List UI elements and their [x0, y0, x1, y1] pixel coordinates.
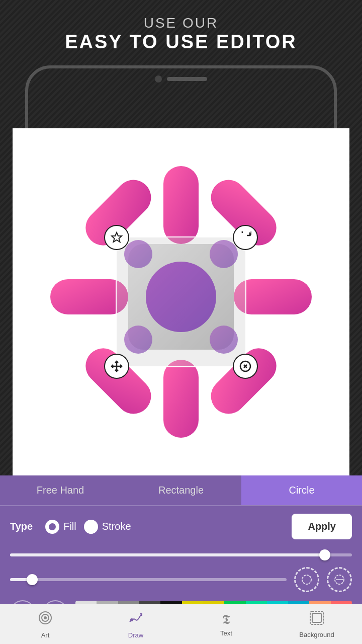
text-icon: 𝕿: [222, 612, 230, 627]
slider-opacity-track[interactable]: [10, 553, 352, 556]
bottom-toolbar: Free Hand Rectangle Circle Type Fill Str…: [0, 475, 362, 644]
canvas-area[interactable]: [13, 128, 349, 475]
nav-background[interactable]: Background: [272, 604, 362, 644]
slider-size-track[interactable]: [10, 578, 287, 581]
svg-point-18: [302, 575, 311, 584]
flower-container: [13, 128, 349, 475]
phone-notch: [155, 75, 207, 83]
svg-marker-14: [112, 232, 122, 242]
handle-scale[interactable]: [104, 354, 129, 379]
phone-speaker: [167, 77, 207, 81]
fill-option[interactable]: Fill: [45, 520, 76, 534]
handle-delete[interactable]: [233, 354, 258, 379]
fill-label: Fill: [63, 521, 76, 532]
svg-point-29: [44, 616, 47, 619]
nav-text[interactable]: 𝕿 Text: [181, 604, 272, 644]
svg-rect-1: [163, 360, 199, 438]
selection-box[interactable]: [116, 236, 246, 367]
nav-draw-label: Draw: [128, 631, 143, 639]
slider-opacity-row: [0, 547, 362, 563]
nav-text-label: Text: [220, 629, 232, 637]
slider-size-thumb[interactable]: [27, 574, 38, 585]
svg-point-30: [130, 618, 133, 621]
draw-icon: [128, 610, 144, 629]
svg-rect-0: [163, 166, 199, 244]
dashed-circle-1[interactable]: [294, 567, 319, 592]
svg-rect-32: [312, 613, 321, 622]
nav-bg-label: Background: [299, 631, 334, 638]
type-label: Type: [10, 521, 33, 532]
slider-opacity-thumb[interactable]: [319, 549, 330, 560]
nav-draw[interactable]: Draw: [90, 604, 181, 644]
stroke-label: Stroke: [102, 521, 131, 532]
handle-rotate[interactable]: [233, 225, 258, 250]
handle-style[interactable]: [104, 225, 129, 250]
header-line1: USE OUR: [0, 15, 362, 31]
type-row: Type Fill Stroke Apply: [0, 506, 362, 547]
tab-freehand[interactable]: Free Hand: [0, 475, 121, 505]
header-line2: EASY TO USE EDITOR: [0, 31, 362, 53]
tab-rectangle[interactable]: Rectangle: [121, 475, 241, 505]
stroke-radio-inner: [85, 520, 97, 534]
fill-radio[interactable]: [45, 520, 59, 534]
art-icon: [37, 610, 53, 629]
fill-radio-inner: [49, 523, 56, 530]
bottom-nav: Art Draw 𝕿 Text Background: [0, 604, 362, 644]
page-header: USE OUR EASY TO USE EDITOR: [0, 15, 362, 53]
apply-button[interactable]: Apply: [292, 514, 352, 539]
nav-art-label: Art: [41, 631, 50, 639]
nav-art[interactable]: Art: [0, 604, 90, 644]
tab-circle[interactable]: Circle: [241, 475, 362, 505]
dashed-circle-2[interactable]: [327, 567, 352, 592]
background-icon: [309, 610, 324, 629]
phone-camera: [155, 75, 162, 83]
stroke-radio[interactable]: [84, 520, 98, 534]
stroke-option[interactable]: Stroke: [84, 520, 131, 534]
icons-slider-row: [0, 563, 362, 596]
tabs-row: Free Hand Rectangle Circle: [0, 475, 362, 506]
slider-opacity-fill: [10, 553, 325, 556]
